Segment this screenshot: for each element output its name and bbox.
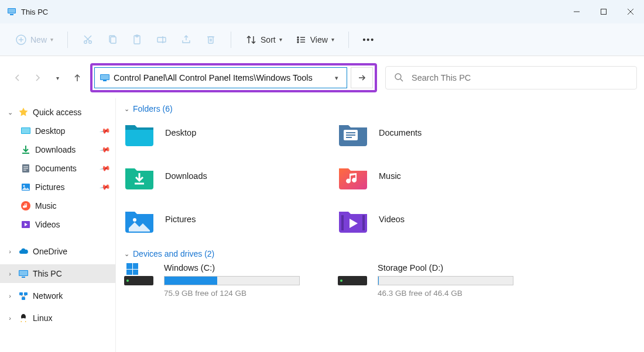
svg-rect-48 bbox=[19, 292, 23, 295]
svg-rect-20 bbox=[208, 37, 213, 43]
rename-icon bbox=[156, 34, 167, 46]
svg-rect-46 bbox=[19, 271, 28, 275]
go-button[interactable] bbox=[351, 67, 373, 88]
music-icon bbox=[20, 200, 32, 212]
folder-label: Pictures bbox=[165, 215, 196, 224]
address-input[interactable] bbox=[114, 73, 330, 82]
drive-usage-bar bbox=[378, 276, 513, 285]
minimize-button[interactable] bbox=[563, 0, 590, 23]
folder-item-documents[interactable]: Documents bbox=[338, 118, 534, 147]
sidebar-label: Downloads bbox=[35, 145, 76, 154]
address-dropdown-button[interactable]: ▾ bbox=[330, 74, 343, 82]
download-icon bbox=[20, 144, 32, 156]
forward-button[interactable] bbox=[32, 72, 43, 84]
back-button[interactable] bbox=[12, 72, 23, 84]
cut-button[interactable] bbox=[77, 29, 98, 50]
svg-rect-50 bbox=[22, 297, 25, 300]
this-pc-icon bbox=[18, 268, 29, 279]
document-icon bbox=[20, 163, 32, 174]
svg-rect-30 bbox=[101, 75, 109, 80]
maximize-button[interactable] bbox=[590, 0, 617, 23]
svg-point-23 bbox=[297, 37, 299, 38]
copy-button[interactable] bbox=[102, 29, 123, 50]
chevron-down-icon: ⌄ bbox=[124, 250, 129, 258]
folder-item-music[interactable]: Music bbox=[338, 161, 534, 191]
paste-button[interactable] bbox=[126, 29, 148, 50]
search-input[interactable] bbox=[412, 73, 628, 82]
svg-rect-18 bbox=[157, 37, 166, 42]
sidebar-item-videos[interactable]: Videos bbox=[0, 215, 115, 234]
new-button[interactable]: New ▾ bbox=[11, 29, 58, 50]
recent-locations-button[interactable]: ▾ bbox=[52, 72, 63, 84]
sidebar-linux[interactable]: › Linux bbox=[0, 309, 115, 327]
this-pc-icon bbox=[7, 7, 16, 16]
close-button[interactable] bbox=[617, 0, 644, 23]
sidebar-label: Network bbox=[33, 291, 63, 301]
sidebar-item-desktop[interactable]: Desktop 📌 bbox=[0, 122, 115, 140]
svg-rect-31 bbox=[103, 80, 107, 81]
title-bar: This PC bbox=[0, 0, 644, 23]
chevron-down-icon: ▾ bbox=[50, 36, 53, 43]
trash-icon bbox=[205, 34, 217, 46]
command-bar: New ▾ bbox=[0, 23, 644, 56]
svg-point-11 bbox=[89, 40, 92, 43]
chevron-right-icon: › bbox=[6, 248, 14, 255]
sort-button[interactable]: Sort ▾ bbox=[241, 29, 287, 50]
cloud-icon bbox=[18, 246, 29, 257]
svg-point-60 bbox=[133, 218, 136, 222]
sidebar-label: OneDrive bbox=[33, 247, 67, 256]
rename-button[interactable] bbox=[151, 29, 172, 50]
folder-item-videos[interactable]: Videos bbox=[338, 205, 534, 234]
view-label: View bbox=[310, 35, 328, 44]
sidebar-label: Music bbox=[35, 201, 57, 210]
window-title: This PC bbox=[21, 8, 48, 16]
sidebar-label: Quick access bbox=[33, 108, 81, 117]
drives-section-header[interactable]: ⌄ Devices and drives (2) bbox=[124, 249, 632, 258]
sidebar-item-documents[interactable]: Documents 📌 bbox=[0, 159, 115, 178]
desktop-icon bbox=[20, 125, 32, 137]
folder-item-desktop[interactable]: Desktop bbox=[124, 118, 320, 147]
drive-item-d[interactable]: Storage Pool (D:) 46.3 GB free of 46.4 G… bbox=[338, 263, 534, 298]
star-icon bbox=[18, 106, 29, 118]
videos-folder-icon bbox=[338, 206, 368, 233]
svg-rect-35 bbox=[22, 128, 30, 133]
share-button[interactable] bbox=[176, 29, 197, 50]
chevron-right-icon: › bbox=[6, 292, 14, 299]
pin-icon: 📌 bbox=[99, 125, 111, 137]
folders-section-header[interactable]: ⌄ Folders (6) bbox=[124, 104, 632, 113]
sidebar-item-pictures[interactable]: Pictures 📌 bbox=[0, 178, 115, 196]
delete-button[interactable] bbox=[200, 29, 221, 50]
plus-circle-icon bbox=[15, 34, 27, 46]
drive-icon bbox=[124, 263, 155, 298]
svg-point-10 bbox=[84, 40, 87, 43]
sidebar-item-downloads[interactable]: Downloads 📌 bbox=[0, 140, 115, 159]
sidebar-onedrive[interactable]: › OneDrive bbox=[0, 242, 115, 261]
more-button[interactable]: ••• bbox=[358, 29, 379, 50]
svg-rect-62 bbox=[362, 215, 365, 230]
folders-header-label: Folders (6) bbox=[133, 104, 173, 113]
pin-icon: 📌 bbox=[99, 181, 111, 193]
chevron-right-icon: › bbox=[6, 270, 14, 277]
videos-icon bbox=[20, 219, 32, 230]
drive-item-c[interactable]: Windows (C:) 75.9 GB free of 124 GB bbox=[124, 263, 320, 298]
sidebar-this-pc[interactable]: › This PC bbox=[0, 264, 115, 283]
sidebar-label: This PC bbox=[33, 269, 62, 278]
documents-folder-icon bbox=[338, 119, 368, 146]
chevron-down-icon: ⌄ bbox=[124, 105, 129, 113]
view-button[interactable]: View ▾ bbox=[290, 29, 339, 50]
clipboard-icon bbox=[131, 34, 143, 46]
sidebar-network[interactable]: › Network bbox=[0, 287, 115, 305]
sidebar-item-music[interactable]: Music bbox=[0, 196, 115, 215]
svg-point-42 bbox=[23, 185, 25, 187]
svg-rect-4 bbox=[601, 9, 607, 15]
drive-free-text: 75.9 GB free of 124 GB bbox=[164, 289, 320, 298]
navigation-pane: ⌄ Quick access Desktop 📌 Downloads 📌 Doc… bbox=[0, 98, 116, 352]
address-bar[interactable]: ▾ bbox=[94, 67, 347, 88]
folder-item-pictures[interactable]: Pictures bbox=[124, 205, 320, 234]
sidebar-quick-access[interactable]: ⌄ Quick access bbox=[0, 103, 115, 122]
sidebar-label: Linux bbox=[33, 313, 52, 323]
sidebar-label: Pictures bbox=[35, 182, 65, 192]
search-box[interactable] bbox=[385, 66, 637, 89]
up-button[interactable] bbox=[71, 72, 83, 84]
folder-item-downloads[interactable]: Downloads bbox=[124, 161, 320, 191]
